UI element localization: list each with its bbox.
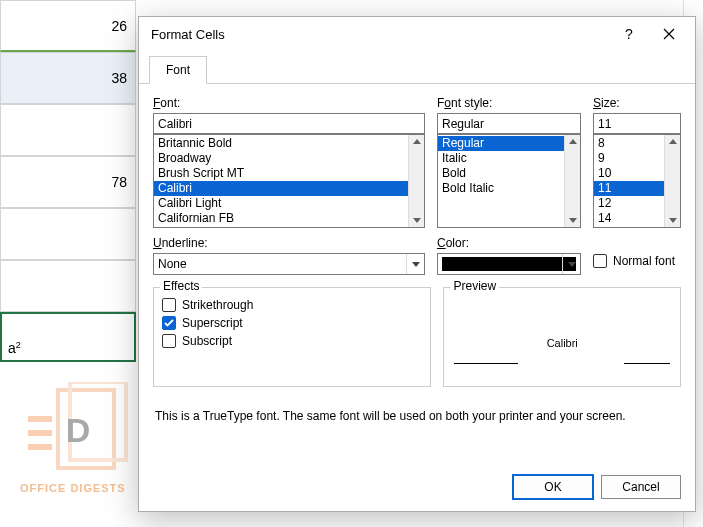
format-cells-dialog: Format Cells ? Font Font: Britannic Bold… bbox=[138, 16, 696, 512]
color-label: Color: bbox=[437, 236, 581, 250]
font-description: This is a TrueType font. The same font w… bbox=[153, 387, 681, 423]
office-digests-watermark: D OFFICE DIGESTS bbox=[18, 382, 138, 500]
superscript-label: Superscript bbox=[182, 316, 243, 330]
effects-legend: Effects bbox=[160, 279, 202, 293]
size-input[interactable] bbox=[593, 113, 681, 134]
preview-legend: Preview bbox=[450, 279, 499, 293]
dialog-footer: OK Cancel bbox=[139, 463, 695, 511]
cell-a4[interactable]: 78 bbox=[0, 156, 136, 208]
cell-a5[interactable] bbox=[0, 208, 136, 260]
font-style-input[interactable] bbox=[437, 113, 581, 134]
ok-button[interactable]: OK bbox=[513, 475, 593, 499]
active-cell-sup: 2 bbox=[16, 340, 21, 350]
check-icon bbox=[164, 319, 174, 327]
font-scrollbar[interactable] bbox=[408, 135, 424, 227]
font-option-selected[interactable]: Calibri bbox=[154, 181, 424, 196]
underline-combo[interactable]: None bbox=[153, 253, 425, 275]
font-option[interactable]: Californian FB bbox=[154, 211, 424, 226]
font-input[interactable] bbox=[153, 113, 425, 134]
style-option[interactable]: Italic bbox=[438, 151, 580, 166]
dialog-titlebar: Format Cells ? bbox=[139, 17, 695, 51]
svg-rect-4 bbox=[28, 444, 52, 450]
cancel-button[interactable]: Cancel bbox=[601, 475, 681, 499]
font-style-listbox[interactable]: Regular Italic Bold Bold Italic bbox=[437, 134, 581, 228]
style-scrollbar[interactable] bbox=[564, 135, 580, 227]
font-option[interactable]: Brush Script MT bbox=[154, 166, 424, 181]
style-option-selected[interactable]: Regular bbox=[438, 136, 580, 151]
strikethrough-label: Strikethrough bbox=[182, 298, 253, 312]
cell-a2[interactable]: 38 bbox=[0, 52, 136, 104]
font-listbox[interactable]: Britannic Bold Broadway Brush Script MT … bbox=[153, 134, 425, 228]
subscript-checkbox[interactable]: Subscript bbox=[162, 334, 422, 348]
preview-group: Preview Calibri bbox=[443, 287, 681, 387]
color-combo[interactable] bbox=[437, 253, 581, 275]
cell-a1[interactable]: 26 bbox=[0, 0, 136, 52]
subscript-label: Subscript bbox=[182, 334, 232, 348]
size-label: Size: bbox=[593, 96, 681, 110]
underline-label: Underline: bbox=[153, 236, 425, 250]
dialog-tabs: Font bbox=[139, 51, 695, 84]
style-option[interactable]: Bold Italic bbox=[438, 181, 580, 196]
style-option[interactable]: Bold bbox=[438, 166, 580, 181]
cell-a6[interactable] bbox=[0, 260, 136, 312]
preview-text: Calibri bbox=[547, 337, 578, 349]
font-label: Font: bbox=[153, 96, 425, 110]
font-option[interactable]: Calibri Light bbox=[154, 196, 424, 211]
tab-font[interactable]: Font bbox=[149, 56, 207, 84]
svg-rect-2 bbox=[28, 416, 52, 422]
dialog-title: Format Cells bbox=[151, 27, 609, 42]
font-option[interactable]: Broadway bbox=[154, 151, 424, 166]
font-style-label: Font style: bbox=[437, 96, 581, 110]
size-scrollbar[interactable] bbox=[664, 135, 680, 227]
chevron-down-icon bbox=[562, 254, 580, 274]
svg-text:OFFICE DIGESTS: OFFICE DIGESTS bbox=[20, 482, 126, 494]
active-cell[interactable]: a2 bbox=[0, 312, 136, 362]
strikethrough-checkbox[interactable]: Strikethrough bbox=[162, 298, 422, 312]
cell-a3[interactable] bbox=[0, 104, 136, 156]
help-button[interactable]: ? bbox=[609, 20, 649, 48]
svg-text:D: D bbox=[66, 411, 91, 449]
effects-group: Effects Strikethrough Superscript Subscr… bbox=[153, 287, 431, 387]
normal-font-checkbox[interactable]: Normal font bbox=[593, 254, 681, 268]
color-swatch bbox=[442, 257, 576, 271]
underline-value: None bbox=[158, 257, 187, 271]
font-option[interactable]: Britannic Bold bbox=[154, 136, 424, 151]
size-listbox[interactable]: 8 9 10 11 12 14 bbox=[593, 134, 681, 228]
active-cell-text: a bbox=[8, 340, 16, 356]
close-button[interactable] bbox=[649, 20, 689, 48]
close-icon bbox=[663, 28, 675, 40]
normal-font-label: Normal font bbox=[613, 254, 675, 268]
chevron-down-icon bbox=[406, 254, 424, 274]
svg-rect-3 bbox=[28, 430, 52, 436]
superscript-checkbox[interactable]: Superscript bbox=[162, 316, 422, 330]
